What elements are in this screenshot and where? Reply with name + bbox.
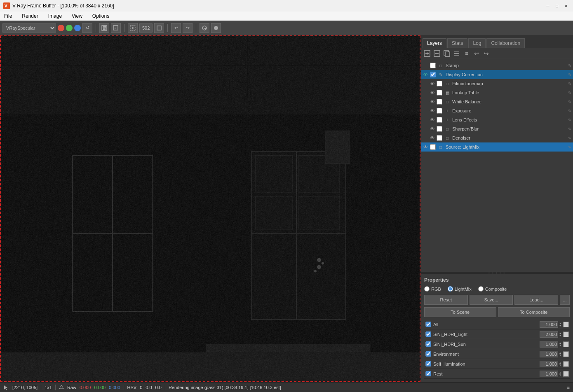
layer-check-stamp[interactable]: [430, 63, 436, 68]
lightmix-check-hdri-sun[interactable]: [425, 341, 432, 347]
red-channel-toggle[interactable]: [58, 25, 64, 31]
layer-lookup-table[interactable]: 👁 ▦ Lookup Table ✎: [421, 88, 573, 97]
layer-check-denoiser[interactable]: [437, 135, 442, 141]
layer-source-lightmix[interactable]: 👁 □ Source: LightMix ✎: [421, 142, 573, 152]
extra-btn-2[interactable]: [211, 23, 221, 33]
green-channel-toggle[interactable]: [66, 25, 73, 31]
layer-check-wb[interactable]: [437, 99, 442, 105]
select-tool-button[interactable]: [128, 23, 138, 33]
zoom-level[interactable]: 1x1: [45, 385, 52, 390]
lightmix-color-hdri-sun[interactable]: [563, 341, 569, 347]
layer-check-lens[interactable]: [437, 117, 442, 123]
undo-button[interactable]: ↩: [171, 23, 181, 33]
layer-lens-effects[interactable]: 👁 + Lens Effects ✎: [421, 115, 573, 124]
layer-eye-lightmix[interactable]: 👁: [423, 145, 428, 149]
layer-eye-exposure[interactable]: 👁: [429, 108, 435, 113]
lightmix-input-rest[interactable]: [540, 371, 558, 377]
layer-eye-lookup[interactable]: 👁: [429, 90, 435, 95]
lightmix-color-environment[interactable]: [563, 351, 569, 357]
extra-btn-1[interactable]: ◀: [200, 23, 209, 33]
move-up-button[interactable]: [452, 49, 461, 58]
remove-layer-button[interactable]: [432, 49, 441, 58]
render-viewport[interactable]: [0, 35, 420, 382]
lightmix-input-hdri-light[interactable]: [540, 331, 558, 338]
layer-display-correction[interactable]: 👁 ✎ Display Correction ✎: [421, 70, 573, 79]
layer-check-exposure[interactable]: [437, 108, 442, 114]
layer-exposure[interactable]: 👁 + Exposure ✎: [421, 106, 573, 115]
lightmix-input-hdri-sun[interactable]: [540, 341, 558, 348]
composite-option[interactable]: Composite: [478, 286, 507, 292]
layer-check-filmic[interactable]: [437, 81, 442, 86]
menu-image[interactable]: Image: [46, 12, 64, 20]
add-layer-button[interactable]: [423, 49, 432, 58]
reset-button[interactable]: Reset: [424, 295, 468, 305]
move-down-button[interactable]: ≡: [462, 49, 471, 58]
channel-selector[interactable]: VRaySpecular VRayBeauty VRayDiffuse: [2, 23, 56, 33]
layer-check-lightmix[interactable]: [430, 144, 436, 150]
layer-eye-filmic[interactable]: 👁: [429, 81, 435, 86]
menu-view[interactable]: View: [69, 12, 85, 20]
layer-white-balance[interactable]: 👁 □ White Balance ✎: [421, 97, 573, 106]
rgb-option[interactable]: RGB: [424, 286, 441, 292]
lightmix-check-hdri-light[interactable]: [425, 331, 432, 337]
layer-eye-denoiser[interactable]: 👁: [429, 135, 435, 140]
lightmix-input-all[interactable]: [540, 321, 558, 328]
lightmix-input-environment[interactable]: [540, 351, 558, 357]
save-button[interactable]: Save...: [470, 295, 513, 305]
menu-file[interactable]: File: [2, 12, 14, 20]
lightmix-input-self-illumination[interactable]: [540, 361, 558, 367]
menu-options[interactable]: Options: [90, 12, 112, 20]
lightmix-check-environment[interactable]: [425, 351, 432, 357]
tab-stats[interactable]: Stats: [447, 38, 467, 48]
save-new-button[interactable]: +: [111, 23, 121, 33]
layer-check-display-correction[interactable]: [430, 72, 436, 77]
refresh-button[interactable]: ↺: [82, 23, 92, 33]
lightmix-spin-self-illumination[interactable]: ▲▼: [559, 362, 561, 366]
more-button[interactable]: ...: [560, 295, 570, 305]
layer-filmic-tonemap[interactable]: 👁 □ Filmic tonemap ✎: [421, 79, 573, 88]
layer-sharpen-blur[interactable]: 👁 □ Sharpen/Blur ✎: [421, 124, 573, 133]
duplicate-layer-button[interactable]: [442, 49, 451, 58]
layer-eye-wb[interactable]: 👁: [429, 99, 435, 104]
to-composite-button[interactable]: To Composite: [498, 307, 570, 317]
lightmix-option[interactable]: LightMix: [448, 286, 472, 292]
blue-channel-toggle[interactable]: [74, 25, 81, 31]
load-button[interactable]: Load...: [514, 295, 558, 305]
color-space[interactable]: HSV: [127, 385, 137, 390]
layer-stamp[interactable]: □ Stamp ✎: [421, 61, 573, 70]
menu-render[interactable]: Render: [19, 12, 40, 20]
maximize-button[interactable]: □: [553, 2, 561, 9]
layer-check-sharpen[interactable]: [437, 126, 442, 132]
layer-denoiser[interactable]: 👁 □ Denoiser ✎: [421, 133, 573, 142]
lightmix-spin-hdri-light[interactable]: ▲▼: [559, 332, 561, 337]
layer-eye-sharpen[interactable]: 👁: [429, 126, 435, 131]
rgb-radio[interactable]: [424, 286, 430, 292]
lightmix-color-self-illumination[interactable]: [563, 361, 569, 367]
lightmix-spin-environment[interactable]: ▲▼: [559, 352, 561, 357]
lightmix-check-self-illumination[interactable]: [425, 361, 432, 366]
to-scene-button[interactable]: To Scene: [424, 307, 496, 317]
undo-layer-button[interactable]: ↩: [472, 49, 481, 58]
lightmix-color-hdri-light[interactable]: [563, 331, 569, 337]
save-button[interactable]: [99, 23, 109, 33]
lightmix-color-all[interactable]: [563, 322, 569, 327]
layer-eye-display-correction[interactable]: 👁: [423, 72, 428, 77]
region-button[interactable]: [154, 23, 164, 33]
lightmix-spin-all[interactable]: ▲▼: [559, 322, 561, 327]
lightmix-check-all[interactable]: [425, 322, 432, 327]
lightmix-color-rest[interactable]: [563, 371, 569, 377]
redo-layer-button[interactable]: ↪: [482, 49, 491, 58]
lightmix-check-rest[interactable]: [425, 371, 432, 376]
tab-log[interactable]: Log: [468, 38, 486, 48]
tab-collaboration[interactable]: Collaboration: [486, 38, 525, 48]
layer-eye-lens[interactable]: 👁: [429, 117, 435, 122]
tab-layers[interactable]: Layers: [423, 38, 446, 48]
lightmix-spin-hdri-sun[interactable]: ▲▼: [559, 342, 561, 347]
layer-check-lookup[interactable]: [437, 90, 442, 96]
redo-button[interactable]: ↪: [183, 23, 193, 33]
status-menu-icon[interactable]: ≡: [567, 385, 570, 390]
close-button[interactable]: ✕: [562, 2, 570, 9]
composite-radio[interactable]: [478, 286, 484, 292]
minimize-button[interactable]: ─: [544, 2, 552, 9]
lightmix-radio[interactable]: [448, 286, 453, 292]
